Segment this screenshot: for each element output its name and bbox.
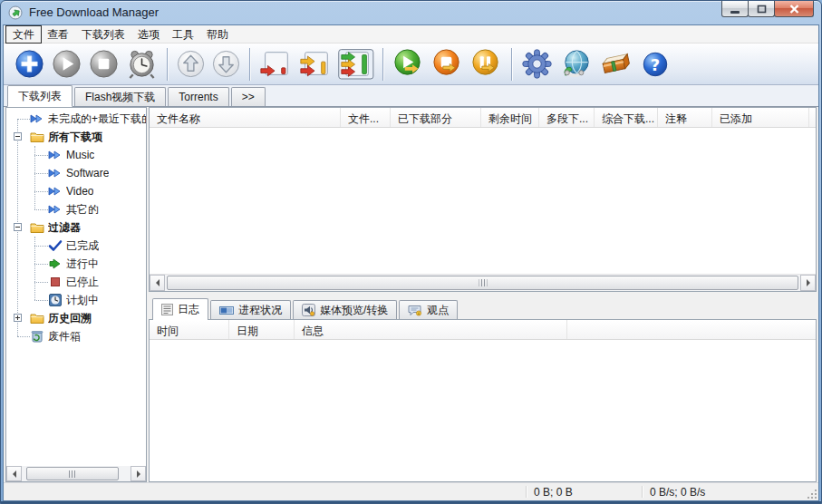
traffic-mode-heavy-button[interactable] — [338, 48, 374, 81]
move-down-button[interactable] — [211, 49, 241, 79]
resize-grip[interactable] — [806, 488, 817, 499]
close-button[interactable] — [774, 1, 814, 17]
sidebar-item-scheduled[interactable]: 计划中 — [6, 291, 146, 309]
resume-all-button[interactable] — [392, 47, 425, 81]
toolbar-separator — [382, 48, 383, 81]
tab-media-preview[interactable]: 媒体预览/转换 — [293, 300, 397, 319]
sidebar-item-music[interactable]: Music — [6, 146, 146, 164]
options-button[interactable] — [520, 47, 554, 81]
tab-label: 观点 — [427, 303, 449, 318]
menu-help[interactable]: 帮助 — [200, 26, 235, 43]
orange-sphere-stop-icon — [430, 47, 464, 81]
recycle-bin-icon — [30, 329, 44, 344]
download-arrows-icon — [48, 202, 63, 217]
sidebar-item-history[interactable]: 历史回溯 — [6, 309, 146, 327]
column-comment[interactable]: 注释 — [658, 108, 712, 127]
menu-file[interactable]: 文件 — [6, 26, 41, 43]
scroll-right-icon[interactable] — [131, 466, 146, 481]
column-sections[interactable]: 多段下... — [539, 108, 595, 127]
client-area: 文件 查看 下载列表 选项 工具 帮助 — [4, 25, 818, 500]
scheduler-button[interactable] — [125, 47, 159, 81]
sidebar-item-filters[interactable]: 过滤器 — [6, 218, 146, 237]
add-download-button[interactable] — [14, 48, 45, 80]
folder-icon — [30, 130, 44, 144]
minimize-button[interactable] — [721, 1, 749, 17]
tab-progress[interactable]: 进程状况 — [210, 300, 291, 319]
sidebar-item-stopped[interactable]: 已停止 — [6, 273, 146, 291]
book-icon — [598, 48, 634, 81]
column-date[interactable]: 日期 — [229, 320, 295, 339]
pause-all-button[interactable] — [469, 47, 503, 81]
column-time[interactable]: 时间 — [150, 320, 229, 339]
sidebar-item-recycle-bin[interactable]: 废件箱 — [6, 327, 146, 345]
menu-downloads[interactable]: 下载列表 — [75, 26, 131, 43]
downloads-panel: 文件名称 文件... 已下载部分 剩余时间 多段下... 综合下载... 注释 … — [149, 107, 817, 482]
help-button[interactable]: ? — [640, 49, 671, 80]
title-bar[interactable]: Free Download Manager — [0, 0, 822, 25]
column-message[interactable]: 信息 — [295, 320, 567, 339]
sidebar-item-software[interactable]: Software — [6, 164, 146, 182]
download-list: 文件名称 文件... 已下载部分 剩余时间 多段下... 综合下载... 注释 … — [149, 107, 817, 292]
scrollbar-track[interactable] — [22, 466, 131, 481]
sidebar-item-incomplete-recent[interactable]: 未完成的+最近下载的 — [6, 110, 146, 128]
menu-tools[interactable]: 工具 — [166, 26, 200, 43]
tree-guide-line — [17, 336, 30, 337]
scrollbar-thumb[interactable] — [26, 467, 119, 480]
column-speed[interactable]: 综合下载... — [595, 108, 658, 127]
sidebar-item-video[interactable]: Video — [6, 182, 146, 200]
scroll-left-icon[interactable] — [6, 466, 22, 481]
traffic-mode-light-button[interactable] — [258, 49, 293, 80]
stop-download-button[interactable] — [88, 48, 120, 80]
sidebar-item-other[interactable]: 其它的 — [6, 200, 146, 218]
progress-bar-icon — [219, 305, 234, 315]
column-file-size[interactable]: 文件... — [341, 108, 391, 127]
restore-button[interactable] — [748, 1, 775, 17]
scroll-right-icon[interactable] — [800, 275, 816, 291]
schedule-clock-icon — [48, 293, 63, 307]
start-download-button[interactable] — [51, 48, 82, 80]
one-arrow-bar-icon — [258, 49, 293, 80]
column-file-name[interactable]: 文件名称 — [150, 108, 341, 127]
status-separator — [642, 486, 643, 498]
tab-torrents[interactable]: Torrents — [168, 87, 228, 106]
site-explorer-button[interactable] — [598, 48, 634, 81]
play-gray-circle-icon — [51, 48, 82, 80]
collapse-icon[interactable] — [14, 132, 22, 141]
dial-connection-button[interactable] — [559, 47, 593, 81]
scrollbar-track[interactable] — [165, 275, 800, 291]
tab-opinions[interactable]: 观点 — [399, 300, 458, 319]
tab-label: 日志 — [178, 302, 199, 317]
tree-guide-line — [34, 191, 48, 192]
svg-text:?: ? — [651, 54, 660, 73]
category-tree-panel: 未完成的+最近下载的 所有下载项 — [5, 107, 147, 482]
stop-all-button[interactable] — [430, 47, 464, 81]
tab-more[interactable]: >> — [231, 87, 266, 106]
log-body[interactable] — [150, 340, 816, 481]
sidebar-item-all-downloads[interactable]: 所有下载项 — [6, 128, 146, 146]
tab-download-list[interactable]: 下载列表 — [7, 85, 73, 107]
content-area: 未完成的+最近下载的 所有下载项 — [4, 107, 818, 482]
tab-flash-video[interactable]: Flash视频下载 — [74, 87, 166, 106]
menu-view[interactable]: 查看 — [41, 26, 75, 43]
toolbar-separator — [511, 48, 512, 81]
scroll-left-icon[interactable] — [150, 275, 165, 291]
column-downloaded[interactable]: 已下载部分 — [391, 108, 481, 127]
column-added[interactable]: 已添加 — [712, 108, 809, 127]
traffic-mode-medium-button[interactable] — [298, 49, 333, 80]
list-horizontal-scrollbar[interactable] — [150, 274, 816, 291]
column-time-left[interactable]: 剩余时间 — [481, 108, 539, 127]
two-arrows-bar-icon — [298, 49, 333, 80]
sidebar-item-label: 废件箱 — [48, 329, 81, 344]
scrollbar-thumb[interactable] — [167, 276, 798, 290]
tab-log[interactable]: 日志 — [152, 298, 208, 320]
collapse-icon[interactable] — [14, 223, 22, 231]
column-filler — [809, 108, 817, 127]
download-list-body[interactable] — [150, 128, 816, 274]
expand-icon[interactable] — [14, 314, 22, 322]
tree-horizontal-scrollbar[interactable] — [6, 466, 146, 481]
fdm-green-arrow-icon — [8, 5, 23, 20]
menu-options[interactable]: 选项 — [131, 26, 166, 43]
sidebar-item-in-progress[interactable]: 进行中 — [6, 255, 146, 273]
sidebar-item-completed[interactable]: 已完成 — [6, 237, 146, 255]
move-up-button[interactable] — [176, 49, 206, 79]
